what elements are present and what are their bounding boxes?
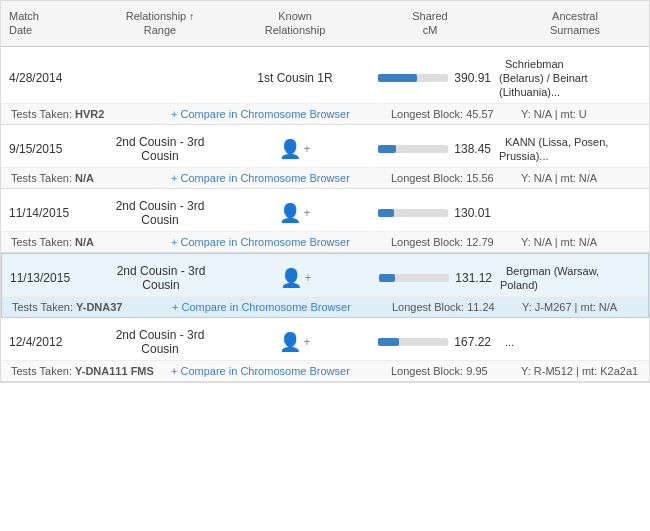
ancestral-surnames-cell: Bergman (Warsaw, Poland) <box>496 264 650 292</box>
compare-cell: + Compare in Chromosome Browser <box>168 301 388 313</box>
cm-bar-fill <box>379 274 395 282</box>
compare-chromosome-link[interactable]: + Compare in Chromosome Browser <box>171 365 350 377</box>
compare-chromosome-link[interactable]: + Compare in Chromosome Browser <box>171 108 350 120</box>
ancestral-surnames-cell: Schriebman (Belarus) / Beinart (Lithuani… <box>495 57 650 99</box>
relationship-range-value: 2nd Cousin - 3rd Cousin <box>116 135 205 163</box>
shared-cm-display: 138.45 <box>369 142 491 156</box>
matches-list: 4/28/20141st Cousin 1R390.91Schriebman (… <box>1 47 649 382</box>
known-relationship-cell: 👤+ <box>225 202 365 224</box>
match-main-row: 4/28/20141st Cousin 1R390.91Schriebman (… <box>1 47 649 103</box>
longest-block-cell: Longest Block: 45.57 <box>387 108 517 120</box>
match-date-value: 11/14/2015 <box>9 206 69 220</box>
cm-bar-fill <box>378 145 396 153</box>
cm-value: 167.22 <box>454 335 491 349</box>
relationship-range-cell: 2nd Cousin - 3rd Cousin <box>95 135 225 163</box>
compare-chromosome-link[interactable]: + Compare in Chromosome Browser <box>172 301 351 313</box>
y-mt-cell: Y: N/A | mt: N/A <box>517 236 650 248</box>
match-date: 4/28/2014 <box>5 71 95 85</box>
ancestral-surnames-value: Schriebman (Belarus) / Beinart (Lithuani… <box>499 58 588 98</box>
shared-cm-cell: 130.01 <box>365 206 495 220</box>
add-person-icon[interactable]: + <box>303 142 310 156</box>
tests-taken-value: Y-DNA37 <box>76 301 122 313</box>
known-relationship-icons: 👤+ <box>230 267 362 289</box>
ancestral-surnames-value: Bergman (Warsaw, Poland) <box>500 265 599 291</box>
match-sub-row: Tests Taken: N/A+ Compare in Chromosome … <box>1 167 649 188</box>
sort-arrow[interactable]: ↑ <box>189 10 194 23</box>
cm-bar-fill <box>378 74 417 82</box>
cm-bar <box>378 209 448 217</box>
person-icon: 👤 <box>279 202 301 224</box>
shared-cm-display: 130.01 <box>369 206 491 220</box>
header-ancestral-surnames: AncestralSurnames <box>495 9 650 38</box>
cm-bar-fill <box>378 209 393 217</box>
match-sub-row: Tests Taken: Y-DNA37+ Compare in Chromos… <box>2 296 648 317</box>
match-block: 12/4/20122nd Cousin - 3rd Cousin👤+167.22… <box>1 318 649 382</box>
shared-cm-cell: 131.12 <box>366 271 496 285</box>
match-sub-row: Tests Taken: HVR2+ Compare in Chromosome… <box>1 103 649 124</box>
match-date-value: 4/28/2014 <box>9 71 62 85</box>
match-date: 9/15/2015 <box>5 142 95 156</box>
known-relationship-text: 1st Cousin 1R <box>257 71 332 85</box>
longest-block-cell: Longest Block: 15.56 <box>387 172 517 184</box>
shared-cm-display: 167.22 <box>369 335 491 349</box>
y-mt-cell: Y: J-M267 | mt: N/A <box>518 301 650 313</box>
match-main-row: 9/15/20152nd Cousin - 3rd Cousin👤+138.45… <box>1 125 649 167</box>
tests-taken-value: N/A <box>75 236 94 248</box>
compare-cell: + Compare in Chromosome Browser <box>167 172 387 184</box>
match-date-value: 11/13/2015 <box>10 271 70 285</box>
add-person-icon[interactable]: + <box>304 271 311 285</box>
cm-bar <box>378 74 448 82</box>
known-relationship-icons: 👤+ <box>229 331 361 353</box>
tests-taken-cell: Tests Taken: Y-DNA37 <box>8 301 168 313</box>
add-person-icon[interactable]: + <box>303 335 310 349</box>
relationship-range-cell: 2nd Cousin - 3rd Cousin <box>95 199 225 227</box>
relationship-range-cell: 2nd Cousin - 3rd Cousin <box>96 264 226 292</box>
tests-taken-cell: Tests Taken: N/A <box>7 236 167 248</box>
match-table: MatchDate Relationship ↑Range KnownRelat… <box>0 0 650 383</box>
y-mt-cell: Y: R-M512 | mt: K2a2a1 <box>517 365 650 377</box>
relationship-range-value: 2nd Cousin - 3rd Cousin <box>116 199 205 227</box>
tests-taken-value: Y-DNA111 FMS <box>75 365 154 377</box>
longest-block-cell: Longest Block: 12.79 <box>387 236 517 248</box>
person-icon: 👤 <box>279 138 301 160</box>
shared-cm-display: 131.12 <box>370 271 492 285</box>
ancestral-surnames-value: KANN (Lissa, Posen, Prussia)... <box>499 136 608 162</box>
cm-bar-fill <box>378 338 399 346</box>
add-person-icon[interactable]: + <box>303 206 310 220</box>
match-sub-row: Tests Taken: N/A+ Compare in Chromosome … <box>1 231 649 252</box>
compare-cell: + Compare in Chromosome Browser <box>167 365 387 377</box>
known-relationship-icons: 👤+ <box>229 138 361 160</box>
header-relationship-range: Relationship ↑Range <box>95 9 225 38</box>
shared-cm-display: 390.91 <box>369 71 491 85</box>
longest-block-cell: Longest Block: 11.24 <box>388 301 518 313</box>
tests-taken-value: N/A <box>75 172 94 184</box>
tests-taken-cell: Tests Taken: N/A <box>7 172 167 184</box>
longest-block-cell: Longest Block: 9.95 <box>387 365 517 377</box>
relationship-range-value: 2nd Cousin - 3rd Cousin <box>116 328 205 356</box>
match-date: 11/14/2015 <box>5 206 95 220</box>
header-shared-cm: SharedcM <box>365 9 495 38</box>
match-block: 4/28/20141st Cousin 1R390.91Schriebman (… <box>1 47 649 125</box>
match-date-value: 12/4/2012 <box>9 335 62 349</box>
ancestral-surnames-cell: KANN (Lissa, Posen, Prussia)... <box>495 135 650 163</box>
compare-chromosome-link[interactable]: + Compare in Chromosome Browser <box>171 236 350 248</box>
match-main-row: 12/4/20122nd Cousin - 3rd Cousin👤+167.22… <box>1 318 649 360</box>
cm-value: 130.01 <box>454 206 491 220</box>
ancestral-surnames-cell: ... <box>495 335 650 349</box>
ancestral-surnames-value: ... <box>499 336 514 348</box>
relationship-range-value: 2nd Cousin - 3rd Cousin <box>117 264 206 292</box>
match-date-value: 9/15/2015 <box>9 142 62 156</box>
compare-cell: + Compare in Chromosome Browser <box>167 236 387 248</box>
compare-cell: + Compare in Chromosome Browser <box>167 108 387 120</box>
ancestral-surnames-value <box>499 207 505 219</box>
table-header: MatchDate Relationship ↑Range KnownRelat… <box>1 1 649 47</box>
tests-taken-cell: Tests Taken: HVR2 <box>7 108 167 120</box>
match-block: 11/14/20152nd Cousin - 3rd Cousin👤+130.0… <box>1 189 649 253</box>
tests-taken-cell: Tests Taken: Y-DNA111 FMS <box>7 365 167 377</box>
tests-taken-value: HVR2 <box>75 108 104 120</box>
shared-cm-cell: 167.22 <box>365 335 495 349</box>
match-main-row: 11/14/20152nd Cousin - 3rd Cousin👤+130.0… <box>1 189 649 231</box>
match-main-row: 11/13/20152nd Cousin - 3rd Cousin👤+131.1… <box>2 254 648 296</box>
match-date: 11/13/2015 <box>6 271 96 285</box>
compare-chromosome-link[interactable]: + Compare in Chromosome Browser <box>171 172 350 184</box>
